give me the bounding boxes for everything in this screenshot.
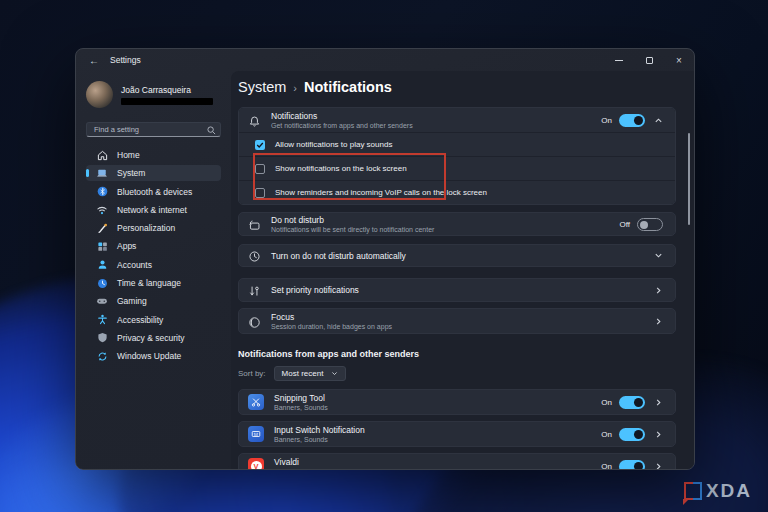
snipping-tool-toggle[interactable] — [619, 396, 645, 409]
chevron-right-icon[interactable] — [654, 286, 663, 295]
minimize-icon — [615, 60, 623, 61]
accessibility-icon — [96, 314, 108, 326]
app-name: Vivaldi — [274, 457, 328, 467]
play-sounds-row[interactable]: Allow notifications to play sounds — [239, 132, 675, 156]
vivaldi-toggle[interactable] — [619, 460, 645, 471]
account-header[interactable]: João Carrasqueira — [86, 81, 221, 108]
clock-schedule-icon — [248, 249, 261, 262]
lock-screen-reminders-row[interactable]: Show reminders and incoming VoIP calls o… — [239, 180, 675, 204]
sidebar-item-personalization[interactable]: Personalization — [86, 220, 221, 236]
checkbox-unchecked-icon[interactable] — [255, 188, 265, 198]
notifications-expander: Notifications Get notifications from app… — [238, 107, 676, 205]
chevron-right-icon[interactable] — [654, 398, 663, 407]
sidebar-item-bluetooth-devices[interactable]: Bluetooth & devices — [86, 184, 221, 200]
maximize-icon — [646, 57, 653, 64]
sort-by-label: Sort by: — [238, 369, 266, 378]
checkbox-label: Show reminders and incoming VoIP calls o… — [275, 188, 487, 197]
app-row-input-switch[interactable]: Input Switch Notification Banners, Sound… — [238, 421, 676, 447]
app-row-vivaldi[interactable]: V Vivaldi Banners, Sounds On — [238, 453, 676, 470]
focus-card[interactable]: Focus Session duration, hide badges on a… — [238, 308, 676, 334]
priority-notifications-card[interactable]: Set priority notifications — [238, 278, 676, 302]
do-not-disturb-card[interactable]: Do not disturb Notifications will be sen… — [238, 212, 676, 236]
breadcrumb: System › Notifications — [238, 79, 676, 95]
do-not-disturb-toggle[interactable] — [637, 218, 663, 231]
checkbox-unchecked-icon[interactable] — [255, 164, 265, 174]
snipping-tool-icon — [248, 394, 264, 410]
sidebar-item-label: Network & internet — [117, 205, 187, 215]
account-name: João Carrasqueira — [121, 85, 213, 95]
window-title: Settings — [110, 55, 141, 65]
settings-window: ← Settings × João Carrasqueira — [75, 48, 695, 470]
window-controls: × — [604, 49, 694, 71]
gamepad-icon — [96, 295, 108, 307]
checkbox-label: Show notifications on the lock screen — [275, 164, 407, 173]
titlebar: ← Settings × — [76, 49, 694, 71]
home-icon — [96, 149, 108, 161]
xda-logo-bracket-icon — [693, 482, 702, 500]
sidebar-item-label: Apps — [117, 241, 136, 251]
app-subtitle: Banners, Sounds — [274, 468, 328, 470]
input-switch-toggle[interactable] — [619, 428, 645, 441]
sidebar-item-time-language[interactable]: Time & language — [86, 275, 221, 291]
scrollbar-thumb[interactable] — [688, 133, 691, 225]
app-name: Snipping Tool — [274, 393, 328, 403]
breadcrumb-root[interactable]: System — [238, 79, 286, 95]
close-button[interactable]: × — [664, 49, 694, 71]
do-not-disturb-icon — [248, 218, 261, 231]
chevron-right-icon[interactable] — [654, 317, 663, 326]
search-input[interactable] — [86, 122, 221, 137]
chevron-down-icon — [331, 370, 338, 377]
minimize-button[interactable] — [604, 49, 634, 71]
update-arrows-icon — [96, 350, 108, 362]
card-subtitle: Session duration, hide badges on apps — [271, 323, 392, 330]
desktop-wallpaper: XDA ← Settings × João Carrasqueira — [0, 0, 768, 512]
chevron-down-icon[interactable] — [654, 251, 663, 260]
app-row-snipping-tool[interactable]: Snipping Tool Banners, Sounds On — [238, 389, 676, 415]
sidebar-item-system[interactable]: System — [86, 165, 221, 181]
xda-watermark-text: XDA — [706, 481, 752, 500]
sidebar-item-accessibility[interactable]: Accessibility — [86, 312, 221, 328]
brush-icon — [96, 222, 108, 234]
main-pane: System › Notifications Notifications Get… — [231, 71, 694, 470]
breadcrumb-separator-icon: › — [293, 82, 297, 94]
sidebar-item-privacy-security[interactable]: Privacy & security — [86, 330, 221, 346]
sidebar-item-label: Gaming — [117, 296, 147, 306]
dnd-automatic-card[interactable]: Turn on do not disturb automatically — [238, 244, 676, 267]
sidebar-item-home[interactable]: Home — [86, 147, 221, 163]
page-title: Notifications — [304, 79, 392, 95]
priority-icon — [248, 284, 261, 297]
sidebar-nav: Home System Bluetooth & devices Network … — [86, 147, 221, 367]
search-box — [86, 118, 221, 137]
sidebar-item-gaming[interactable]: Gaming — [86, 293, 221, 309]
card-title: Do not disturb — [271, 215, 434, 225]
sidebar-item-network-internet[interactable]: Network & internet — [86, 202, 221, 218]
sort-row: Sort by: Most recent — [238, 366, 676, 381]
toggle-state-label: On — [601, 398, 612, 407]
person-icon — [96, 259, 108, 271]
sidebar-item-label: Accessibility — [117, 315, 163, 325]
card-subtitle: Get notifications from apps and other se… — [271, 122, 413, 129]
sort-dropdown[interactable]: Most recent — [274, 366, 347, 381]
apps-grid-icon — [96, 240, 108, 252]
lock-screen-notifications-row[interactable]: Show notifications on the lock screen — [239, 156, 675, 180]
back-button[interactable]: ← — [86, 55, 102, 66]
toggle-state-label: Off — [619, 220, 630, 229]
toggle-state-label: On — [601, 116, 612, 125]
sidebar-item-accounts[interactable]: Accounts — [86, 257, 221, 273]
sidebar-item-apps[interactable]: Apps — [86, 238, 221, 254]
chevron-right-icon[interactable] — [654, 462, 663, 471]
system-icon — [96, 167, 108, 179]
maximize-button[interactable] — [634, 49, 664, 71]
chevron-up-icon[interactable] — [654, 116, 663, 125]
section-title: Notifications from apps and other sender… — [238, 349, 676, 359]
sidebar-item-windows-update[interactable]: Windows Update — [86, 348, 221, 364]
notifications-card[interactable]: Notifications Get notifications from app… — [239, 108, 675, 132]
sidebar-item-label: Windows Update — [117, 351, 181, 361]
wifi-icon — [96, 204, 108, 216]
focus-icon — [248, 315, 261, 328]
checkbox-checked-icon[interactable] — [255, 140, 265, 150]
bell-icon — [248, 114, 261, 127]
notifications-toggle[interactable] — [619, 114, 645, 127]
sidebar-item-label: Bluetooth & devices — [117, 187, 192, 197]
chevron-right-icon[interactable] — [654, 430, 663, 439]
